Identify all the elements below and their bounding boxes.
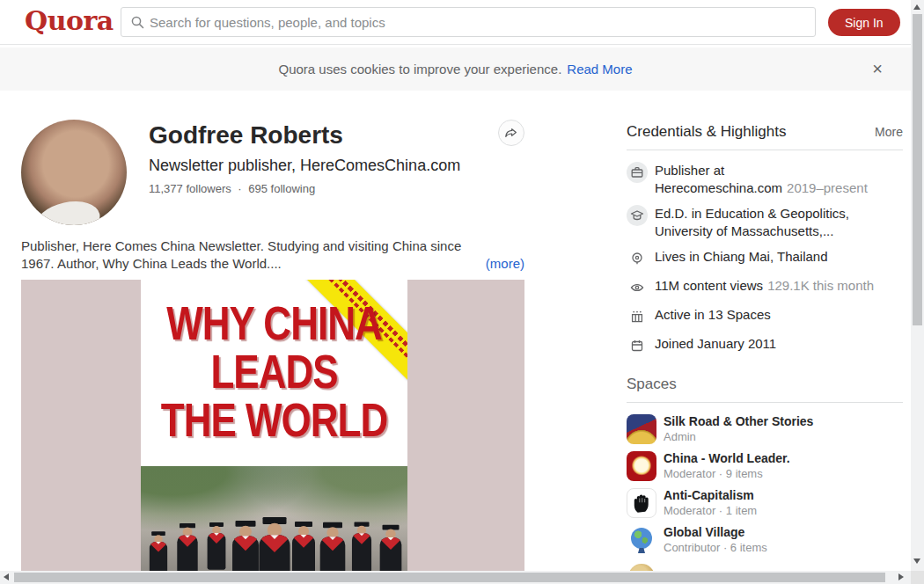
vertical-scrollbar[interactable]: [911, 0, 924, 571]
book-title-line: THE WORLD: [141, 394, 407, 444]
search-icon: [130, 15, 145, 30]
space-name: Silk Road & Other Stories: [664, 414, 813, 429]
graduates-photo: [141, 466, 407, 572]
credential-line: University of Massachusetts,...: [655, 223, 849, 240]
credential-line: 11M content views: [655, 278, 763, 293]
quora-profile-page: Quora Sign In Quora uses cookies to impr…: [0, 0, 924, 584]
china-world-leader-space-icon: [627, 451, 656, 481]
graduation-cap-icon: [627, 205, 648, 226]
profile-tagline: Newsletter publisher, HereComesChina.com: [149, 157, 460, 175]
avatar[interactable]: [21, 120, 127, 225]
space-name: Anti-Capitalism: [664, 488, 757, 503]
book-cover-image[interactable]: WHY CHINA LEADS THE WORLD: [21, 280, 524, 572]
space-item-anti-capitalism[interactable]: Anti-Capitalism Moderator · 1 item: [627, 488, 903, 518]
search-box: [121, 7, 816, 37]
credential-muted: 129.1K this month: [767, 278, 874, 293]
close-icon[interactable]: ×: [872, 57, 883, 80]
book-title-line: WHY CHINA: [141, 297, 407, 347]
silk-road-space-icon: [627, 414, 656, 444]
dot-separator: ·: [238, 182, 241, 195]
following-count[interactable]: 695 following: [248, 182, 315, 195]
quora-logo[interactable]: Quora: [25, 5, 114, 36]
space-role: Contributor · 6 items: [664, 540, 767, 555]
search-input[interactable]: [150, 8, 810, 36]
credential-location[interactable]: Lives in Chiang Mai, Thailand: [627, 248, 903, 269]
credentials-more-link[interactable]: More: [875, 125, 903, 139]
spaces-title: Spaces: [627, 376, 677, 393]
sign-in-button[interactable]: Sign In: [828, 9, 900, 36]
share-profile-button[interactable]: [498, 120, 524, 146]
space-name: Global Village: [664, 525, 767, 540]
space-item-china-world-leader[interactable]: China - World Leader. Moderator · 9 item…: [627, 451, 903, 481]
space-role: Admin: [664, 429, 813, 444]
credential-line: Lives in Chiang Mai, Thailand: [655, 248, 828, 266]
space-item-silk-road[interactable]: Silk Road & Other Stories Admin: [627, 414, 903, 444]
credential-line: Publisher at: [655, 162, 868, 179]
location-pin-icon: [627, 248, 648, 269]
scroll-left-arrow-icon[interactable]: [4, 573, 9, 580]
credential-employment[interactable]: Publisher at Herecomeschina.com2019–pres…: [627, 162, 903, 197]
more-link[interactable]: (more): [486, 255, 524, 273]
bio-line: Publisher, Here Comes China Newsletter. …: [21, 237, 524, 255]
credentials-title: Credentials & Highlights: [627, 123, 786, 141]
credential-line: Herecomeschina.com: [655, 180, 782, 195]
top-nav: Quora Sign In: [0, 0, 924, 45]
profile-bio: Publisher, Here Comes China Newsletter. …: [21, 237, 524, 273]
read-more-link[interactable]: Read More: [567, 62, 632, 77]
credential-active-spaces[interactable]: Active in 13 Spaces: [627, 306, 903, 327]
eye-icon: [627, 277, 648, 298]
credential-line: Joined January 2011: [655, 335, 776, 353]
horizontal-scroll-thumb[interactable]: [14, 573, 885, 582]
briefcase-icon: [627, 162, 648, 183]
space-role: Moderator · 1 item: [664, 503, 757, 518]
space-name: China - World Leader.: [664, 451, 790, 466]
bio-line: 1967. Author, Why China Leads the World.…: [21, 255, 282, 273]
credential-content-views[interactable]: 11M content views129.1K this month: [627, 277, 903, 298]
book-title-line: LEADS: [141, 346, 407, 396]
page-title: Godfree Roberts: [149, 121, 343, 150]
scroll-up-arrow-icon[interactable]: [913, 4, 920, 10]
global-village-space-icon: [627, 525, 656, 555]
divider: [627, 402, 903, 403]
book-title: WHY CHINA LEADS THE WORLD: [141, 297, 407, 442]
follow-counts: 11,377 followers · 695 following: [149, 182, 315, 195]
spaces-icon: [627, 306, 648, 327]
space-role: Moderator · 9 items: [664, 466, 790, 481]
credential-line: Ed.D. in Education & Geopolitics,: [655, 205, 849, 223]
credential-education[interactable]: Ed.D. in Education & Geopolitics, Univer…: [627, 205, 903, 240]
divider: [627, 150, 903, 150]
credentials-sidebar: Credentials & Highlights More Publisher …: [627, 123, 903, 584]
credential-muted: 2019–present: [787, 180, 868, 195]
book-cover: WHY CHINA LEADS THE WORLD: [141, 280, 407, 572]
vertical-scroll-thumb[interactable]: [913, 14, 922, 325]
credential-joined[interactable]: Joined January 2011: [627, 335, 903, 356]
calendar-icon: [627, 335, 648, 356]
horizontal-scrollbar[interactable]: [0, 571, 911, 584]
followers-count[interactable]: 11,377 followers: [149, 182, 231, 195]
credential-line: Active in 13 Spaces: [655, 306, 771, 324]
scroll-down-arrow-icon[interactable]: [913, 558, 920, 564]
space-item-global-village[interactable]: Global Village Contributor · 6 items: [627, 525, 903, 555]
scroll-right-arrow-icon[interactable]: [898, 573, 904, 580]
cookie-message: Quora uses cookies to improve your exper…: [278, 62, 561, 77]
cookie-banner: Quora uses cookies to improve your exper…: [0, 47, 911, 91]
scrollbar-corner: [911, 571, 924, 584]
share-arrow-icon: [504, 126, 518, 140]
anti-capitalism-space-icon: [627, 488, 656, 518]
